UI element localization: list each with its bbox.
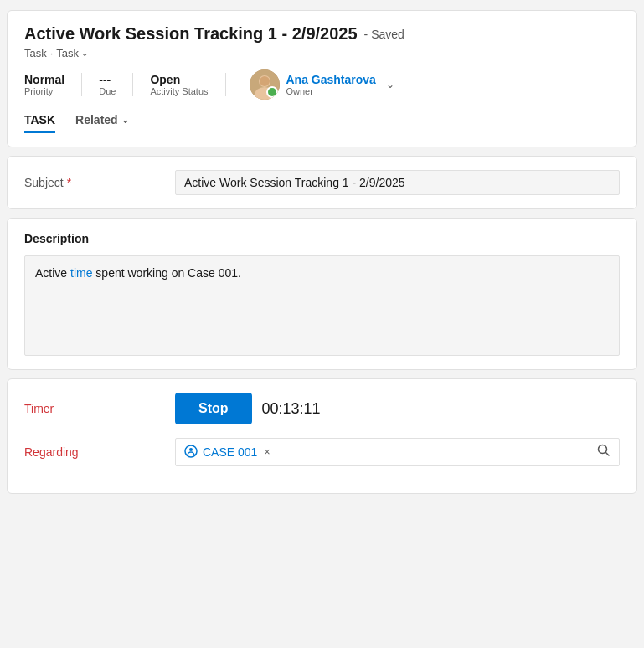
description-card: Description Active time spent working on… [7, 218, 637, 370]
priority-label: Priority [24, 86, 64, 96]
breadcrumb-chevron-icon: ⌄ [81, 49, 88, 58]
description-text-rest: spent working on Case 001. [92, 266, 240, 280]
owner-section: Ana Gashtarova Owner ⌄ [250, 69, 394, 100]
subject-required-marker: * [67, 176, 71, 189]
avatar-image [250, 69, 280, 100]
stop-button[interactable]: Stop [175, 393, 252, 424]
status-value: Open [150, 73, 208, 86]
tab-related[interactable]: Related ⌄ [75, 113, 129, 133]
due-label: Due [99, 86, 116, 96]
status-label: Activity Status [150, 86, 208, 96]
owner-info: Ana Gashtarova Owner [286, 73, 376, 96]
case-link[interactable]: CASE 001 [203, 445, 257, 459]
description-highlight: time [70, 266, 92, 280]
owner-label: Owner [286, 86, 376, 96]
svg-point-3 [260, 76, 270, 86]
owner-name[interactable]: Ana Gashtarova [286, 73, 376, 86]
breadcrumb: Task · Task ⌄ [24, 47, 620, 59]
timer-content: Stop 00:13:11 [175, 393, 321, 424]
due-field: --- Due [99, 73, 133, 96]
title-text: Active Work Session Tracking 1 - 2/9/202… [24, 24, 358, 44]
regarding-tag: CASE 001 × [184, 445, 270, 460]
search-icon[interactable] [597, 444, 611, 460]
priority-field: Normal Priority [24, 73, 82, 96]
regarding-label: Regarding [24, 445, 175, 459]
description-title: Description [24, 232, 620, 245]
case-remove-button[interactable]: × [264, 446, 270, 458]
subject-input[interactable] [175, 170, 620, 195]
timer-value: 00:13:11 [262, 400, 321, 418]
breadcrumb-dot: · [50, 47, 54, 59]
description-text-plain: Active [35, 266, 70, 280]
breadcrumb-item2[interactable]: Task ⌄ [56, 47, 88, 59]
subject-card: Subject * [7, 156, 637, 209]
due-value: --- [99, 73, 116, 86]
tab-task[interactable]: TASK [24, 113, 55, 133]
timer-card: Timer Stop 00:13:11 Regarding CASE [7, 378, 637, 494]
svg-point-5 [189, 448, 193, 451]
priority-value: Normal [24, 73, 64, 86]
subject-label: Subject * [24, 176, 175, 189]
regarding-input[interactable]: CASE 001 × [175, 438, 620, 466]
page-title: Active Work Session Tracking 1 - 2/9/202… [24, 24, 620, 44]
owner-chevron-icon[interactable]: ⌄ [386, 79, 394, 90]
timer-label: Timer [24, 402, 175, 415]
breadcrumb-item1: Task [24, 47, 47, 59]
related-chevron-icon: ⌄ [121, 115, 129, 126]
header-card: Active Work Session Tracking 1 - 2/9/202… [7, 10, 637, 147]
timer-row: Timer Stop 00:13:11 [24, 393, 620, 424]
meta-row: Normal Priority --- Due Open Activity St… [24, 69, 620, 100]
avatar [250, 69, 280, 100]
description-text-box[interactable]: Active time spent working on Case 001. [24, 255, 620, 356]
subject-field-row: Subject * [24, 170, 620, 195]
case-icon [184, 445, 198, 460]
saved-label: - Saved [364, 28, 404, 41]
regarding-row: Regarding CASE 001 × [24, 438, 620, 466]
status-field[interactable]: Open Activity Status [150, 73, 225, 96]
tabs-row: TASK Related ⌄ [24, 113, 620, 133]
svg-line-7 [606, 453, 610, 456]
